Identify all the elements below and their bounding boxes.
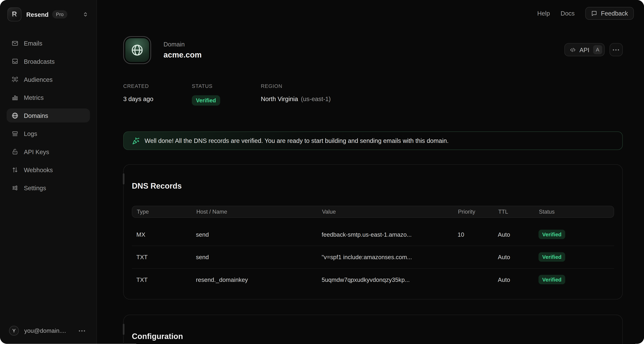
bar-chart-icon: [12, 94, 18, 101]
list-rows-icon: [12, 130, 18, 137]
page-title: acme.com: [164, 50, 202, 60]
column-header-ttl: TTL: [494, 208, 534, 215]
record-host: resend._domainkey: [192, 276, 317, 283]
table-row: MX send feedback-smtp.us-east-1.amazo...…: [132, 224, 614, 246]
status-badge: Verified: [192, 96, 220, 106]
record-ttl: Auto: [493, 254, 534, 260]
verified-badge: Verified: [538, 275, 565, 284]
user-email: you@domain....: [24, 328, 66, 334]
workspace-switcher[interactable]: R Resend Pro: [0, 0, 96, 26]
code-brackets-icon: [570, 46, 576, 53]
api-button-label: API: [579, 46, 589, 53]
sidebar-item-metrics[interactable]: Metrics: [6, 90, 90, 104]
ellipsis-icon[interactable]: [79, 330, 85, 332]
verified-badge: Verified: [538, 252, 565, 262]
record-type: MX: [132, 231, 191, 238]
section-accent-bar: [123, 324, 124, 335]
screenshot-stage: R Resend Pro Emails Broadcasts: [0, 0, 644, 344]
sidebar-item-label: Logs: [24, 130, 37, 137]
lock-icon: [12, 148, 18, 155]
globe-icon: [12, 112, 18, 119]
record-value: 5uqmdw7qpxudkyvdonqzy35kp...: [317, 276, 453, 283]
column-header-value: Value: [318, 208, 454, 215]
dns-records-card: DNS Records Type Host / Name Value Prior…: [123, 164, 622, 299]
sidebar-item-label: Audiences: [24, 76, 52, 83]
sidebar-item-label: API Keys: [24, 148, 49, 155]
domain-meta: CREATED 3 days ago STATUS Verified REGIO…: [123, 84, 622, 106]
help-link[interactable]: Help: [537, 10, 550, 17]
sidebar-item-label: Domains: [24, 112, 48, 119]
sidebar-item-domains[interactable]: Domains: [6, 108, 90, 122]
created-label: CREATED: [123, 84, 192, 89]
region-label: REGION: [261, 84, 331, 89]
sidebar: R Resend Pro Emails Broadcasts: [0, 0, 97, 344]
configuration-title: Configuration: [132, 330, 614, 342]
record-ttl: Auto: [493, 231, 534, 238]
domain-kicker: Domain: [164, 41, 202, 48]
region-code: (us-east-1): [301, 96, 331, 102]
verified-badge: Verified: [538, 230, 565, 239]
plan-badge: Pro: [52, 10, 67, 18]
dns-records-title: DNS Records: [132, 180, 614, 191]
sidebar-item-label: Broadcasts: [24, 58, 55, 65]
table-row: TXT send "v=spf1 include:amazonses.com..…: [132, 246, 614, 268]
record-ttl: Auto: [493, 276, 534, 283]
record-value: feedback-smtp.us-east-1.amazo...: [317, 231, 453, 238]
domain-page: Domain acme.com API A: [97, 0, 644, 344]
globe-icon: [130, 43, 144, 57]
sidebar-item-label: Settings: [24, 184, 46, 191]
record-type: TXT: [132, 254, 191, 260]
sidebar-item-audiences[interactable]: Audiences: [6, 72, 90, 86]
sidebar-item-logs[interactable]: Logs: [6, 126, 90, 140]
domain-header: Domain acme.com API A: [123, 36, 622, 64]
sidebar-item-label: Emails: [24, 40, 42, 46]
sidebar-item-emails[interactable]: Emails: [6, 36, 90, 50]
region-value: North Virginia: [261, 96, 298, 102]
header-actions: API A: [564, 43, 622, 56]
feedback-button[interactable]: Feedback: [585, 7, 634, 20]
inbox-icon: [12, 58, 18, 65]
column-header-priority: Priority: [454, 208, 494, 215]
user-account[interactable]: Y you@domain....: [0, 320, 96, 344]
resend-logo-icon: R: [7, 7, 21, 21]
more-options-button[interactable]: [610, 43, 623, 56]
sidebar-item-webhooks[interactable]: Webhooks: [6, 163, 90, 177]
table-row: TXT resend._domainkey 5uqmdw7qpxudkyvdon…: [132, 268, 614, 291]
status-label: STATUS: [192, 84, 261, 89]
domain-tile: [123, 36, 151, 64]
record-host: send: [192, 231, 317, 238]
banner-message: Well done! All the DNS records are verif…: [145, 137, 448, 144]
dns-records-table: Type Host / Name Value Priority TTL Stat…: [132, 206, 614, 291]
people-icon: [12, 76, 18, 83]
sidebar-item-label: Webhooks: [24, 166, 53, 173]
docs-link[interactable]: Docs: [560, 10, 575, 17]
column-header-host: Host / Name: [192, 208, 318, 215]
speech-bubble-icon: [591, 10, 598, 16]
keyboard-shortcut-badge: A: [593, 45, 602, 54]
main-content: Help Docs Feedback Domain acme.com: [97, 0, 644, 344]
sidebar-item-broadcasts[interactable]: Broadcasts: [6, 54, 90, 68]
sliders-icon: [12, 184, 18, 191]
ellipsis-icon: [613, 49, 619, 50]
party-popper-icon: [132, 137, 140, 145]
column-header-status: Status: [534, 208, 614, 215]
configuration-card: Configuration Click Tracking: [123, 314, 622, 344]
api-button[interactable]: API A: [564, 43, 604, 56]
resend-app-window: R Resend Pro Emails Broadcasts: [0, 0, 644, 344]
arrows-up-down-icon: [12, 166, 18, 173]
feedback-label: Feedback: [601, 10, 628, 17]
envelope-icon: [12, 40, 18, 46]
record-type: TXT: [132, 276, 191, 283]
brand-name: Resend: [26, 11, 48, 18]
record-host: send: [192, 254, 317, 260]
record-value: "v=spf1 include:amazonses.com...: [317, 254, 453, 260]
sidebar-item-api-keys[interactable]: API Keys: [6, 145, 90, 158]
section-accent-bar: [123, 174, 124, 184]
record-priority: 10: [453, 231, 493, 238]
sidebar-item-label: Metrics: [24, 94, 44, 101]
sidebar-item-settings[interactable]: Settings: [6, 181, 90, 195]
column-header-type: Type: [132, 208, 192, 215]
chevron-up-down-icon[interactable]: [82, 12, 88, 17]
sidebar-nav: Emails Broadcasts Audiences Metrics: [0, 26, 96, 199]
success-banner: Well done! All the DNS records are verif…: [123, 132, 622, 150]
